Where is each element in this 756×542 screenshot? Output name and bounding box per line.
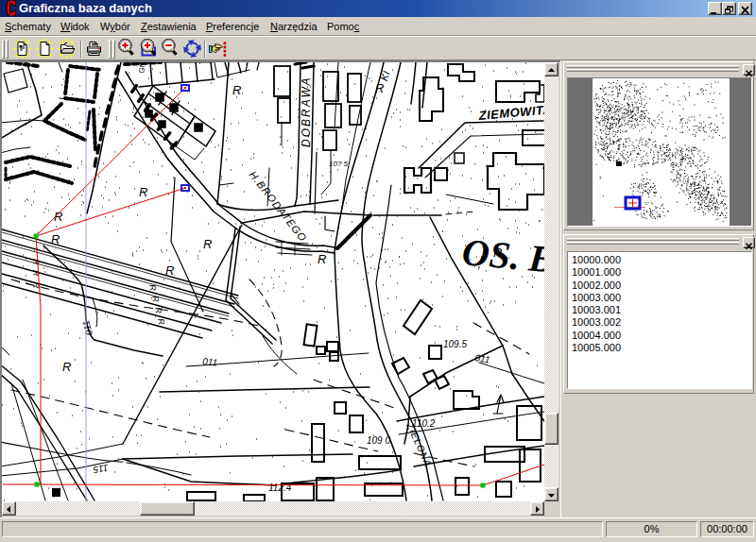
svg-text:115: 115 [93, 463, 110, 475]
svg-text:R: R [31, 259, 41, 265]
svg-text:R: R [31, 270, 41, 277]
svg-text:011: 011 [202, 356, 218, 367]
svg-text:R: R [203, 237, 212, 251]
svg-text:R: R [165, 263, 174, 278]
svg-text:109 0: 109 0 [367, 435, 390, 446]
svg-text:110.2: 110.2 [412, 418, 436, 429]
svg-text:R: R [62, 360, 71, 374]
svg-text:R: R [318, 252, 326, 266]
svg-text:109.5: 109.5 [443, 339, 467, 349]
svg-text:OS. B: OS. B [460, 230, 544, 280]
svg-text:10? 5: 10? 5 [329, 160, 349, 168]
svg-text:R: R [375, 81, 384, 95]
svg-text:R: R [139, 185, 147, 199]
svg-text:R: R [232, 83, 241, 97]
